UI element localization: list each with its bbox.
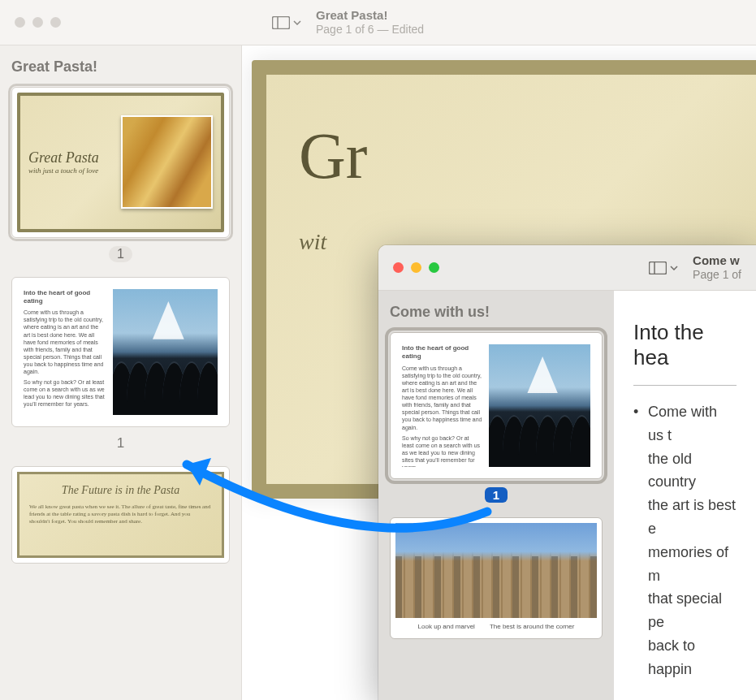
sidebar-layout-icon bbox=[272, 16, 290, 29]
page-thumbnail-3-back[interactable]: The Future is in the Pasta We all know g… bbox=[11, 466, 230, 564]
chevron-down-icon bbox=[293, 20, 301, 25]
pasta-photo-thumb bbox=[121, 115, 214, 209]
titlebar-back: Great Pasta! Page 1 of 6 — Edited bbox=[0, 0, 756, 45]
front-thumb1-body: Come with us through a satisfying trip t… bbox=[402, 365, 482, 431]
colosseum-caption-right: The best is around the corner bbox=[490, 623, 575, 630]
sidebar-layout-icon bbox=[649, 261, 667, 274]
canvas-title-partial: Gr bbox=[299, 123, 732, 188]
title-block-back: Great Pasta! Page 1 of 6 — Edited bbox=[316, 8, 424, 37]
venice-photo-thumb-back bbox=[113, 289, 218, 416]
page-thumbnail-1-front[interactable]: Into the heart of good eating Come with … bbox=[390, 332, 603, 479]
view-mode-toggle-back[interactable] bbox=[267, 13, 306, 32]
page-thumbnail-2-front[interactable]: Look up and marvel The best is around th… bbox=[390, 517, 603, 639]
thumb3-body: We all know great pasta when we see it. … bbox=[29, 503, 212, 525]
sidebar-title-back: Great Pasta! bbox=[11, 58, 230, 76]
chevron-down-icon bbox=[670, 266, 678, 270]
document-title-back: Great Pasta! bbox=[316, 8, 424, 23]
foreground-window: Come w Page 1 of Come with us! Into the … bbox=[378, 245, 756, 700]
colosseum-caption-left: Look up and marvel bbox=[418, 623, 475, 630]
page-thumbnails-sidebar-back[interactable]: Great Pasta! Great Pasta with just a tou… bbox=[0, 45, 242, 700]
svg-rect-0 bbox=[273, 16, 290, 28]
svg-rect-2 bbox=[650, 261, 667, 274]
document-title-front: Come w bbox=[693, 253, 741, 268]
bullet-1: Come with us t the old country the art i… bbox=[633, 400, 737, 681]
sidebar-title-front: Come with us! bbox=[390, 304, 603, 321]
thumb-cover-subtitle: with just a touch of love bbox=[28, 166, 121, 175]
minimize-button[interactable] bbox=[32, 17, 43, 28]
front-thumb1-heading: Into the heart of good eating bbox=[402, 344, 482, 361]
zoom-button[interactable] bbox=[429, 262, 439, 273]
bullet-2: So why not go search with us dining site… bbox=[633, 696, 737, 700]
thumb2-heading: Into the heart of good eating bbox=[24, 289, 106, 306]
page-thumbnail-2-back[interactable]: Into the heart of good eating Come with … bbox=[11, 277, 230, 428]
thumb3-heading: The Future is in the Pasta bbox=[29, 484, 212, 497]
close-button[interactable] bbox=[393, 262, 404, 273]
traffic-lights-front bbox=[393, 262, 464, 273]
thumb-cover-title: Great Pasta bbox=[28, 149, 121, 166]
zoom-button[interactable] bbox=[50, 17, 61, 28]
page-thumbnail-1-back[interactable]: Great Pasta with just a touch of love bbox=[11, 87, 230, 238]
venice-photo-thumb-front bbox=[489, 344, 590, 467]
divider bbox=[633, 385, 737, 386]
main-heading-front: Into the hea bbox=[633, 320, 737, 370]
thumb2-body: Come with us through a satisfying trip t… bbox=[24, 309, 106, 375]
title-block-front: Come w Page 1 of bbox=[693, 253, 741, 282]
document-subtitle-back: Page 1 of 6 — Edited bbox=[316, 23, 424, 37]
minimize-button[interactable] bbox=[411, 262, 421, 273]
page-number-2-back: 1 bbox=[11, 435, 230, 452]
page-number-1-back: 1 bbox=[11, 246, 230, 262]
thumb2-body2: So why not go back? Or at least come on … bbox=[24, 378, 106, 408]
titlebar-front: Come w Page 1 of bbox=[378, 245, 756, 291]
document-subtitle-front: Page 1 of bbox=[693, 268, 741, 282]
page-number-1-front: 1 bbox=[485, 487, 508, 503]
front-thumb1-body2: So why not go back? Or at least come on … bbox=[402, 434, 482, 467]
view-mode-toggle-front[interactable] bbox=[644, 258, 683, 278]
page-thumbnails-sidebar-front[interactable]: Come with us! Into the heart of good eat… bbox=[378, 291, 614, 700]
close-button[interactable] bbox=[15, 17, 25, 28]
traffic-lights-back bbox=[15, 17, 85, 28]
colosseum-photo-thumb bbox=[395, 523, 597, 618]
document-canvas-front[interactable]: Into the hea Come with us t the old coun… bbox=[614, 291, 756, 700]
